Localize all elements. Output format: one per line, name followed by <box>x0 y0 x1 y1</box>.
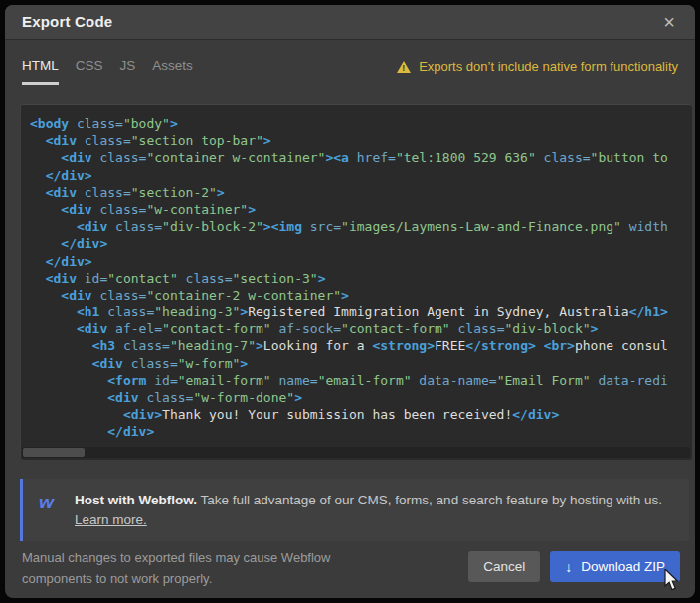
footer-note-line2: components to not work properly. <box>22 568 330 589</box>
cancel-button[interactable]: Cancel <box>468 551 540 582</box>
banner-text: Host with Webflow. Take full advantage o… <box>75 491 673 530</box>
host-with-webflow-banner: w Host with Webflow. Take full advantage… <box>20 479 689 541</box>
tab-css[interactable]: CSS <box>76 58 103 85</box>
tab-assets[interactable]: Assets <box>152 58 193 85</box>
dialog-titlebar: Export Code × <box>5 5 695 40</box>
code-lines: <body class="body"> <div class="section … <box>20 104 692 446</box>
learn-more-link[interactable]: Learn more. <box>75 512 147 527</box>
warning-text: Exports don’t include native form functi… <box>419 59 678 74</box>
tab-list: HTML CSS JS Assets <box>22 58 193 85</box>
close-icon[interactable]: × <box>657 9 681 36</box>
tabs-row: HTML CSS JS Assets ! Exports don’t inclu… <box>5 40 695 94</box>
export-warning: ! Exports don’t include native form func… <box>397 59 678 74</box>
export-code-dialog: Export Code × HTML CSS JS Assets ! Expor… <box>5 5 695 598</box>
dialog-actions: Cancel ↓ Download ZIP <box>468 551 680 582</box>
code-editor[interactable]: <body class="body"> <div class="section … <box>20 104 692 460</box>
footer-note: Manual changes to exported files may cau… <box>22 547 330 589</box>
tab-js[interactable]: JS <box>120 58 136 85</box>
scrollbar-thumb[interactable] <box>23 448 85 457</box>
webflow-logo-icon: w <box>39 493 54 511</box>
download-zip-button[interactable]: ↓ Download ZIP <box>550 551 680 582</box>
warning-triangle-icon: ! <box>397 61 411 73</box>
tab-html[interactable]: HTML <box>22 58 59 85</box>
download-arrow-icon: ↓ <box>565 560 572 574</box>
download-zip-label: Download ZIP <box>581 559 665 574</box>
banner-bold-text: Host with Webflow. <box>75 493 197 507</box>
horizontal-scrollbar[interactable] <box>22 447 690 458</box>
dialog-title: Export Code <box>22 13 112 30</box>
banner-rest-text: Take full advantage of our CMS, forms, a… <box>197 493 662 507</box>
footer-note-line1: Manual changes to exported files may cau… <box>22 547 330 568</box>
